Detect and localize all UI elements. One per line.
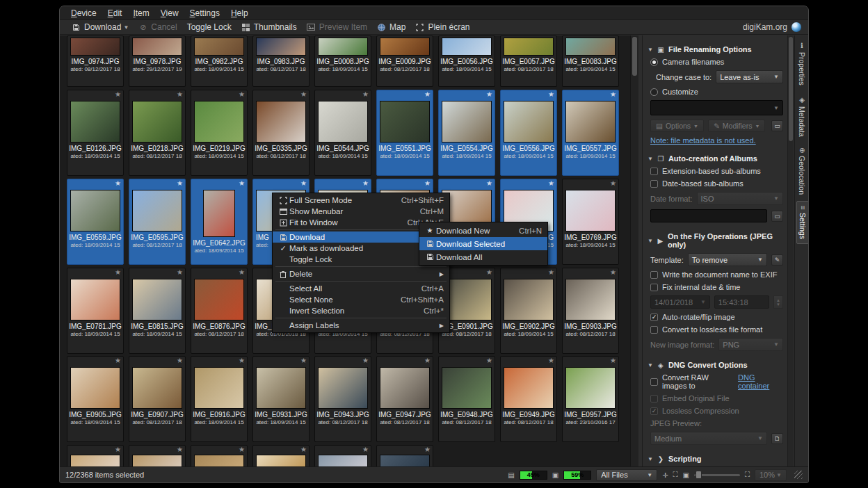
dng-container-link[interactable]: DNG container <box>738 373 783 390</box>
thumbnail-item-img_e0903[interactable]: ★IMG_E0903.JPGated: 08/12/2017 18 <box>562 268 619 354</box>
menu-item-full-screen-mode[interactable]: Full Screen ModeCtrl+Shift+F <box>273 195 449 206</box>
cancel-button[interactable]: ⊘Cancel <box>134 21 182 33</box>
grid-scrollbar[interactable] <box>630 35 638 466</box>
map-button[interactable]: Map <box>372 21 410 33</box>
embed-original-checkbox[interactable] <box>650 395 658 402</box>
convert-lossless-checkbox[interactable] <box>650 326 658 334</box>
zoom-slider-handle[interactable] <box>696 471 702 479</box>
resize-grip[interactable] <box>794 471 803 479</box>
change-case-select[interactable]: Leave as-is ▼ <box>716 70 783 83</box>
thumbnail-item-img_e0551[interactable]: ★IMG_E0551.JPGated: 18/09/2014 15 <box>376 90 433 176</box>
fit-window-icon[interactable]: ⛶ <box>673 471 678 479</box>
toggle-lock-button[interactable]: Toggle Lock <box>182 21 236 33</box>
menu-edit[interactable]: Edit <box>102 7 128 19</box>
section-dng-convert[interactable]: ▼ ◈ DNG Convert Options <box>648 361 783 369</box>
grid-scrollbar-handle[interactable] <box>632 37 637 76</box>
menu-device[interactable]: Device <box>65 7 102 19</box>
thumbnail-item-img_e0876[interactable]: ★IMG_E0876.JPGated: 08/12/2017 18 <box>191 268 248 354</box>
thumbnail-item-img_e0769[interactable]: ★IMG_E0769.JPGated: 18/09/2014 15 <box>562 179 619 265</box>
auto-rotate-checkbox[interactable]: ✓ <box>650 314 658 321</box>
time-input[interactable]: 15:43:18 <box>714 295 769 309</box>
date-format-input[interactable] <box>650 209 767 222</box>
zoom-slider[interactable] <box>694 474 740 476</box>
customize-radio[interactable] <box>650 88 658 96</box>
thumbnail-item-img_e0219[interactable]: ★IMG_E0219.JPGated: 18/09/2014 15 <box>191 90 248 176</box>
thumbnail-item-img_0982[interactable]: IMG_0982.JPGated: 18/09/2014 15 <box>191 35 248 87</box>
menu-item-show-menubar[interactable]: Show MenubarCtrl+M <box>273 206 449 217</box>
convert-raw-checkbox[interactable] <box>650 378 658 386</box>
menu-help[interactable]: Help <box>225 7 254 19</box>
menu-item-delete[interactable]: Delete▶ <box>273 268 449 279</box>
thumbnail-item[interactable]: ★ <box>129 445 186 466</box>
thumbnail-item[interactable]: ★ <box>191 445 248 466</box>
zoom-level-select[interactable]: 10% ▼ <box>755 469 787 481</box>
thumbnail-item-img_e0595[interactable]: ★IMG_E0595.JPGated: 08/12/2017 18 <box>129 179 186 265</box>
write-exif-checkbox[interactable] <box>650 271 658 279</box>
thumbnail-item-img_e0557[interactable]: ★IMG_E0557.JPGated: 18/09/2014 15 <box>562 90 619 176</box>
thumbnail-item-img_e0056[interactable]: IMG_E0056.JPGated: 18/09/2014 15 <box>438 35 495 87</box>
thumbnail-item-img_e0008[interactable]: IMG_E0008.JPGated: 18/09/2014 15 <box>314 35 371 87</box>
menu-item-download-new[interactable]: ★Download NewCtrl+N <box>419 224 547 237</box>
thumbnail-item-img_e0907[interactable]: ★IMG_E0907.JPGated: 08/12/2017 18 <box>129 356 186 442</box>
menu-view[interactable]: View <box>155 7 184 19</box>
thumbnail-item-img_e0126[interactable]: ★IMG_E0126.JPGated: 18/09/2014 15 <box>67 90 124 176</box>
thumbnail-item-img_e0009[interactable]: IMG_E0009.JPGated: 08/12/2017 18 <box>376 35 433 87</box>
menu-settings[interactable]: Settings <box>184 7 225 19</box>
date-format-select[interactable]: ISO ▼ <box>697 192 783 205</box>
menu-item-select-all[interactable]: Select AllCtrl+A <box>273 283 449 294</box>
menu-item-assign-labels[interactable]: Assign Labels▶ <box>273 320 449 331</box>
menu-item-select-none[interactable]: Select NoneCtrl+Shift+A <box>273 294 449 305</box>
new-format-select[interactable]: PNG ▼ <box>718 338 783 351</box>
thumbnail-item-img_e0815[interactable]: ★IMG_E0815.JPGated: 18/09/2014 15 <box>129 268 186 354</box>
hint-icon-button[interactable]: ▭ <box>771 120 783 131</box>
thumbnail-item-img_e0948[interactable]: ★IMG_E0948.JPGated: 08/12/2017 18 <box>438 356 495 442</box>
lossless-compression-checkbox[interactable]: ✓ <box>650 407 658 415</box>
tab-geolocation[interactable]: ⊕Geolocation <box>796 143 807 199</box>
thumbnail-item-img_0983[interactable]: IMG_0983.JPGated: 08/12/2017 18 <box>252 35 310 87</box>
thumbnails-button[interactable]: Thumbnails <box>236 21 302 33</box>
thumbnail-item-img_e0957[interactable]: ★IMG_E0957.JPGated: 23/10/2016 17 <box>562 356 619 442</box>
time-spinner[interactable]: ▲▼ <box>773 295 783 309</box>
fullscreen-button[interactable]: Plein écran <box>410 21 474 33</box>
thumbnail-item-img_e0781[interactable]: ★IMG_E0781.JPGated: 18/09/2014 15 <box>67 268 124 354</box>
select-fit-icon[interactable]: ✛ <box>662 471 668 479</box>
thumbnail-item-img_e0916[interactable]: ★IMG_E0916.JPGated: 18/09/2014 15 <box>191 356 248 442</box>
section-file-renaming[interactable]: ▼ ▣ File Renaming Options <box>648 45 783 54</box>
thumbnail-item-img_e0905[interactable]: ★IMG_E0905.JPGated: 18/09/2014 15 <box>67 356 124 442</box>
menu-item-download-selected[interactable]: Download Selected <box>419 237 547 250</box>
thumbnail-item-img_e0554[interactable]: ★IMG_E0554.JPGated: 18/09/2014 15 <box>438 90 495 176</box>
thumbnail-item-img_e0931[interactable]: ★IMG_E0931.JPGated: 18/09/2014 15 <box>252 356 310 442</box>
thumbnail-item-img_e0218[interactable]: ★IMG_E0218.JPGated: 08/12/2017 18 <box>129 90 186 176</box>
section-scripting[interactable]: ▼ ❯ Scripting <box>648 455 783 463</box>
thumbnail-item[interactable]: ★ <box>314 445 371 466</box>
jpeg-preview-select[interactable]: Medium ▼ <box>650 432 767 445</box>
section-on-the-fly[interactable]: ▼ ▶ On the Fly Operations (JPEG only) <box>648 232 783 249</box>
thumbnail-item[interactable]: ★ <box>67 445 124 466</box>
thumbnail-item-img_e0902[interactable]: ★IMG_E0902.JPGated: 18/09/2014 15 <box>500 268 557 354</box>
thumbnail-item-img_e0544[interactable]: ★IMG_E0544.JPGated: 18/09/2014 15 <box>314 90 371 176</box>
sidebar-scrollbar[interactable] <box>787 35 794 466</box>
edit-template-button[interactable]: ✎ <box>771 254 783 266</box>
tab-metadata[interactable]: ◈Metadata <box>796 92 807 141</box>
menu-item-invert-selection[interactable]: Invert SelectionCtrl+* <box>273 305 449 316</box>
zoom-fit-icon[interactable]: ⛶ <box>745 471 750 479</box>
thumbnail-item[interactable]: ★ <box>376 445 433 466</box>
thumbnail-item-img_0978[interactable]: IMG_0978.JPGated: 29/12/2017 19 <box>129 35 186 87</box>
zoom-100-icon[interactable]: ▣ <box>683 471 689 479</box>
ext-subalbums-checkbox[interactable] <box>650 168 658 175</box>
tab-properties[interactable]: ℹProperties <box>796 38 807 90</box>
thumbnail-item-img_e0556[interactable]: ★IMG_E0556.JPGated: 18/09/2014 15 <box>500 90 557 176</box>
sidebar-scrollbar-handle[interactable] <box>789 37 793 141</box>
thumbnail-item-img_e0335[interactable]: ★IMG_E0335.JPGated: 08/12/2017 18 <box>252 90 310 176</box>
preview-item-button[interactable]: Preview Item <box>302 21 372 33</box>
camera-filenames-radio[interactable] <box>650 58 658 66</box>
thumbnail-item-img_e0947[interactable]: ★IMG_E0947.JPGated: 08/12/2017 18 <box>376 356 433 442</box>
section-auto-albums[interactable]: ▼ ❐ Auto-creation of Albums <box>648 154 783 163</box>
thumbnail-item-img_e0949[interactable]: ★IMG_E0949.JPGated: 08/12/2017 18 <box>500 356 557 442</box>
thumbnail-item[interactable]: ★ <box>252 445 310 466</box>
date-subalbums-checkbox[interactable] <box>650 180 658 188</box>
menu-item-download-all[interactable]: Download All <box>419 250 547 263</box>
thumbnail-item-img_e0943[interactable]: ★IMG_E0943.JPGated: 08/12/2017 18 <box>314 356 371 442</box>
thumbnail-item-img_e0083[interactable]: IMG_E0083.JPGated: 18/09/2014 15 <box>562 35 619 87</box>
fix-date-checkbox[interactable] <box>650 284 658 291</box>
